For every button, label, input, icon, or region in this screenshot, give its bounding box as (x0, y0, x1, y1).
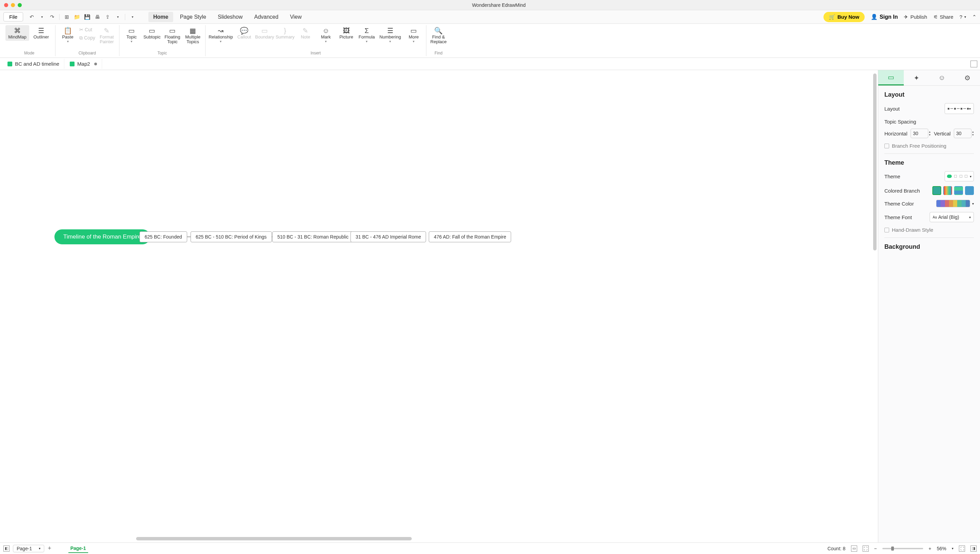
save-icon[interactable]: 💾 (83, 13, 92, 21)
file-menu[interactable]: File (3, 12, 23, 21)
paste-button[interactable]: 📋 Paste ▾ (57, 25, 78, 45)
fit-page-icon[interactable]: ⛶ (862, 546, 869, 552)
open-doc-icon[interactable]: 📁 (73, 13, 81, 21)
subtopic-button[interactable]: ▭ Subtopic (142, 25, 162, 41)
canvas-horizontal-scrollbar[interactable] (136, 537, 412, 540)
export-dropdown[interactable]: ▾ (113, 13, 122, 21)
theme-font-selector[interactable]: Aa Arial (Big) ▾ (930, 212, 974, 222)
vertical-spacing-input[interactable]: 30 (954, 129, 972, 138)
help-button[interactable]: ? ▾ (959, 14, 966, 20)
multiple-topics-button[interactable]: ▦ Multiple Topics (183, 25, 203, 46)
theme-color-strip[interactable] (936, 200, 970, 207)
maximize-window-icon[interactable] (18, 3, 22, 7)
timeline-node[interactable]: 31 BC - 476 AD Imperial Rome (350, 231, 426, 242)
sign-in-button[interactable]: 👤 Sign In (871, 14, 898, 20)
formula-button[interactable]: ΣFormula▾ (356, 25, 377, 45)
zoom-value[interactable]: 56% (937, 546, 946, 551)
mark-button[interactable]: ☺Mark▾ (316, 25, 336, 45)
side-panel: ▭ ✦ ☺ ⚙ Layout Layout ▾ Topic Spacing Ho… (878, 70, 980, 543)
undo-history-dropdown[interactable]: ▾ (37, 13, 46, 21)
zoom-handle[interactable] (891, 546, 894, 551)
close-window-icon[interactable] (4, 3, 8, 7)
timeline-node[interactable]: 625 BC: Founded (140, 231, 187, 242)
timeline-node[interactable]: 625 BC - 510 BC: Period of Kings (191, 231, 272, 242)
note-button[interactable]: ✎Note (295, 25, 316, 41)
canvas-vertical-scrollbar[interactable] (873, 73, 877, 250)
share-button[interactable]: ⚟ Share (933, 14, 953, 20)
horizontal-stepper[interactable]: ▴▾ (929, 131, 931, 137)
export-icon[interactable]: ⇪ (103, 13, 112, 21)
chevron-down-icon: ▾ (972, 134, 974, 137)
tab-slideshow[interactable]: Slideshow (213, 12, 247, 22)
buy-now-button[interactable]: 🛒 Buy Now (824, 12, 865, 22)
layout-selector[interactable]: ▾ (945, 103, 974, 114)
hand-drawn-row[interactable]: Hand-Drawn Style (885, 227, 974, 233)
timeline-node[interactable]: 476 AD: Fall of the Roman Empire (429, 231, 511, 242)
timeline-node[interactable]: 510 BC - 31 BC: Roman Republic (272, 231, 353, 242)
sp-tab-emoji[interactable]: ☺ (929, 70, 955, 85)
format-painter-button[interactable]: ✎ Format Painter (97, 25, 117, 46)
background-heading: Background (885, 243, 974, 250)
new-doc-icon[interactable]: ⊞ (62, 13, 71, 21)
sp-tab-layout[interactable]: ▭ (878, 70, 904, 85)
topic-button[interactable]: ▭ Topic ▾ (121, 25, 142, 45)
branch-swatch-4[interactable] (965, 186, 974, 195)
theme-selector[interactable]: ▾ (945, 171, 974, 181)
sp-tab-ai[interactable]: ✦ (904, 70, 929, 85)
minimize-window-icon[interactable] (11, 3, 15, 7)
branch-swatch-2[interactable] (943, 186, 952, 195)
fullscreen-icon[interactable]: ⛶ (959, 546, 965, 552)
publish-button[interactable]: ✈ Publish (904, 14, 927, 20)
cut-button[interactable]: ✂Cut (79, 26, 95, 33)
chevron-down-icon[interactable]: ▾ (972, 202, 974, 205)
picture-button[interactable]: 🖼Picture (336, 25, 356, 41)
horizontal-spacing-input[interactable]: 30 (911, 129, 928, 138)
timeline-root-node[interactable]: Timeline of the Roman Empire (54, 229, 150, 244)
formula-icon: Σ (365, 27, 369, 35)
zoom-slider[interactable] (882, 548, 923, 549)
menubar: File ↶ ▾ ↷ ⊞ 📁 💾 🖶 ⇪ ▾ ▾ Home Page Style… (0, 10, 980, 24)
sp-tab-settings[interactable]: ⚙ (955, 70, 980, 85)
page-selector[interactable]: Page-1 ▾ (13, 545, 44, 552)
print-icon[interactable]: 🖶 (93, 13, 102, 21)
ribbon-group-find: 🔍 Find & Replace Find (426, 25, 451, 56)
more-button[interactable]: ▭More▾ (404, 25, 424, 45)
zoom-dropdown-icon[interactable]: ▾ (952, 546, 953, 550)
branch-free-row[interactable]: Branch Free Positioning (885, 143, 974, 149)
toggle-panel-icon[interactable]: ◨ (970, 546, 977, 552)
collapse-ribbon-button[interactable]: ⌃ (972, 14, 977, 20)
numbering-button[interactable]: ☰Numbering▾ (377, 25, 404, 45)
tab-advanced[interactable]: Advanced (250, 12, 283, 22)
find-replace-button[interactable]: 🔍 Find & Replace (428, 25, 449, 46)
customize-qa-dropdown[interactable]: ▾ (128, 13, 137, 21)
tab-home[interactable]: Home (148, 12, 173, 22)
group-label-find: Find (434, 51, 442, 56)
zoom-in-button[interactable]: + (929, 546, 931, 551)
tab-page-style[interactable]: Page Style (175, 12, 211, 22)
relationship-button[interactable]: ↝Relationship▾ (208, 25, 234, 45)
outline-panel-toggle[interactable]: ◧ (3, 546, 10, 552)
callout-button[interactable]: 💬Callout (234, 25, 255, 41)
presentation-mode-icon[interactable]: ▭ (851, 546, 857, 552)
boundary-button[interactable]: ▭Boundary (255, 25, 275, 41)
add-page-button[interactable]: + (48, 545, 51, 552)
floating-topic-button[interactable]: ▭ Floating Topic (162, 25, 183, 46)
undo-icon[interactable]: ↶ (27, 13, 36, 21)
copy-button[interactable]: ⧉Copy (79, 34, 95, 41)
callout-icon: 💬 (240, 27, 248, 35)
doctab-bc-ad-timeline[interactable]: BC and AD timeline (3, 59, 64, 69)
redo-icon[interactable]: ↷ (48, 13, 56, 21)
doctab-map2[interactable]: Map2 (65, 59, 102, 69)
branch-swatch-3[interactable] (954, 186, 963, 195)
tab-view[interactable]: View (285, 12, 306, 22)
vertical-stepper[interactable]: ▴▾ (972, 131, 974, 137)
canvas-area[interactable]: Timeline of the Roman Empire 625 BC: Fou… (0, 70, 878, 543)
page-tab-1[interactable]: Page-1 (68, 544, 88, 553)
mindmap-button[interactable]: ⌘ MindMap (5, 25, 29, 41)
branch-swatch-1[interactable] (932, 186, 941, 195)
zoom-out-button[interactable]: − (874, 546, 877, 551)
emoji-icon: ☺ (939, 74, 945, 82)
side-panel-toggle[interactable] (970, 60, 977, 67)
outliner-button[interactable]: ☰ Outliner (29, 25, 53, 41)
summary-button[interactable]: }Summary (275, 25, 295, 41)
